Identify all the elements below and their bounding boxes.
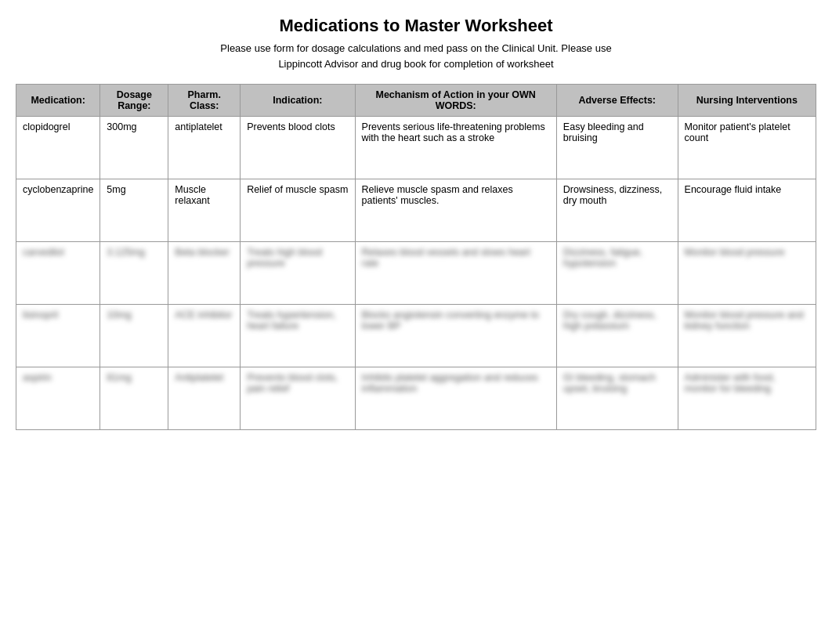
- cell-mechanism: Inhibits platelet aggregation and reduce…: [355, 367, 556, 430]
- cell-nursing: Monitor patient's platelet count: [678, 117, 816, 179]
- cell-dosage: 10mg: [100, 305, 168, 367]
- col-header-adverse: Adverse Effects:: [556, 85, 678, 117]
- cell-dosage: 5mg: [100, 179, 168, 242]
- cell-mechanism: Relaxes blood vessels and slows heart ra…: [355, 242, 556, 305]
- cell-adverse: Dizziness, fatigue, hypotension: [556, 242, 678, 305]
- cell-adverse: Dry cough, dizziness, high potassium: [556, 305, 678, 367]
- table-row: aspirin81mgAntiplateletPrevents blood cl…: [16, 367, 816, 430]
- cell-pharm-class: ACE inhibitor: [168, 305, 241, 367]
- cell-pharm-class: antiplatelet: [168, 117, 241, 179]
- cell-pharm-class: Muscle relaxant: [168, 179, 241, 242]
- page-subtitle: Please use form for dosage calculations …: [16, 41, 816, 71]
- medications-table: Medication: Dosage Range: Pharm. Class: …: [16, 84, 816, 430]
- cell-medication: aspirin: [16, 367, 100, 430]
- table-row: cyclobenzaprine5mgMuscle relaxantRelief …: [16, 179, 816, 242]
- table-row: clopidogrel300mgantiplateletPrevents blo…: [16, 117, 816, 179]
- cell-mechanism: Relieve muscle spasm and relaxes patient…: [355, 179, 556, 242]
- cell-indication: Relief of muscle spasm: [241, 179, 355, 242]
- cell-adverse: Drowsiness, dizziness, dry mouth: [556, 179, 678, 242]
- table-row: lisinopril10mgACE inhibitorTreats hypert…: [16, 305, 816, 367]
- cell-indication: Treats hypertension, heart failure: [241, 305, 355, 367]
- cell-indication: Prevents blood clots, pain relief: [241, 367, 355, 430]
- cell-medication: clopidogrel: [16, 117, 100, 179]
- cell-dosage: 300mg: [100, 117, 168, 179]
- cell-indication: Treats high blood pressure: [241, 242, 355, 305]
- cell-medication: lisinopril: [16, 305, 100, 367]
- cell-mechanism: Blocks angiotensin converting enzyme to …: [355, 305, 556, 367]
- cell-nursing: Encourage fluid intake: [678, 179, 816, 242]
- cell-pharm-class: Beta blocker: [168, 242, 241, 305]
- cell-adverse: Easy bleeding and bruising: [556, 117, 678, 179]
- cell-indication: Prevents blood clots: [241, 117, 355, 179]
- table-row: carvedilol3.125mgBeta blockerTreats high…: [16, 242, 816, 305]
- cell-pharm-class: Antiplatelet: [168, 367, 241, 430]
- cell-adverse: GI bleeding, stomach upset, bruising: [556, 367, 678, 430]
- cell-nursing: Monitor blood pressure: [678, 242, 816, 305]
- cell-medication: cyclobenzaprine: [16, 179, 100, 242]
- col-header-pharm: Pharm. Class:: [168, 85, 241, 117]
- cell-mechanism: Prevents serious life-threatening proble…: [355, 117, 556, 179]
- col-header-indication: Indication:: [241, 85, 355, 117]
- cell-nursing: Monitor blood pressure and kidney functi…: [678, 305, 816, 367]
- cell-dosage: 3.125mg: [100, 242, 168, 305]
- page-title: Medications to Master Worksheet: [16, 16, 816, 36]
- cell-medication: carvedilol: [16, 242, 100, 305]
- col-header-medication: Medication:: [16, 85, 100, 117]
- col-header-dosage: Dosage Range:: [100, 85, 168, 117]
- cell-nursing: Administer with food, monitor for bleedi…: [678, 367, 816, 430]
- col-header-mechanism: Mechanism of Action in your OWN WORDS:: [355, 85, 556, 117]
- col-header-nursing: Nursing Interventions: [678, 85, 816, 117]
- cell-dosage: 81mg: [100, 367, 168, 430]
